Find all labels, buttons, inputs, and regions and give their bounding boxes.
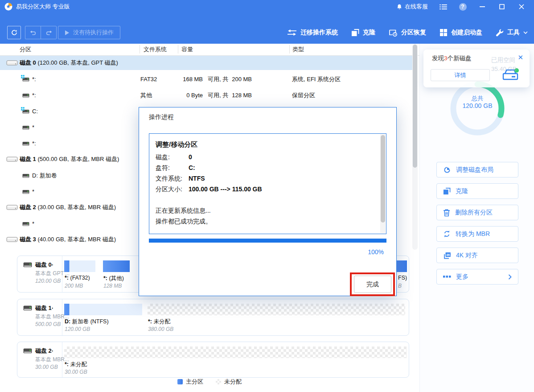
right-panel: 总共 120.00 GB 已用空间 35.40 GB 发现3个新磁盘 ✕ 详情 [419, 44, 534, 392]
titlebar: 易我分区大师 专业版 在线客服 ? [0, 0, 534, 13]
online-support-button[interactable]: 在线客服 [396, 3, 428, 11]
dialog-scrollbar-thumb[interactable] [381, 135, 385, 223]
create-boot-disk-label: 创建启动盘 [451, 29, 482, 37]
tools-wrench-icon [496, 29, 504, 37]
disk-card-1[interactable]: 磁盘 1· 基本盘 MBR... 500.00 GB D: 新加卷 (NTFS)… [17, 299, 409, 336]
migrate-os-button[interactable]: 迁移操作系统 [287, 29, 338, 37]
notification-title: 发现3个新磁盘 [432, 54, 472, 62]
partition-bar-unallocated[interactable] [148, 304, 405, 315]
disk-icon [6, 156, 18, 163]
header-zone: 易我分区大师 专业版 在线客服 ? [0, 0, 534, 44]
pending-operations-label: 没有待执行操作 [73, 29, 114, 37]
undo-button[interactable] [25, 26, 41, 39]
partition-size: 30.00 GB [65, 369, 87, 375]
partition-block[interactable]: *: 未分配 380.00 GB [148, 299, 405, 335]
status-line: 正在更新系统信息... [156, 205, 377, 216]
row-free-space: 168 MB [172, 72, 203, 87]
primary-swatch [177, 379, 183, 384]
notification-close-icon[interactable]: ✕ [518, 54, 523, 62]
operation-progress-dialog: 操作进程 调整/移动分区 磁盘:0 盘符:C: 文件系统:NTFS 分区大小:1… [139, 107, 397, 296]
column-header-partition[interactable]: 分区 [20, 45, 31, 54]
row-label: 磁盘 1 (500.00 GB, 基本盘, MBR 磁盘) [20, 152, 119, 166]
partition-bar[interactable] [103, 260, 130, 272]
tools-button[interactable]: 工具 [496, 29, 528, 37]
unallocated-swatch [216, 379, 221, 384]
table-row-partition[interactable]: *: 其他 0 Byte 可用, 共 128 MB 保留分区 [0, 88, 413, 103]
table-row-disk0[interactable]: 磁盘 0 (120.00 GB, 基本盘, GPT 磁盘) [0, 56, 413, 70]
delete-all-partitions-button[interactable]: 删除所有分区 [436, 205, 518, 220]
refresh-button[interactable] [7, 26, 21, 39]
disk-card-info: 磁盘 1· 基本盘 MBR... 500.00 GB [17, 299, 62, 335]
minimize-button[interactable] [478, 2, 487, 11]
more-button[interactable]: 更多 [436, 269, 518, 285]
menu-list-icon[interactable] [439, 2, 448, 11]
convert-to-mbr-button[interactable]: 转换为 MBR [436, 226, 518, 242]
partition-icon [22, 173, 29, 178]
partition-bar[interactable] [64, 260, 95, 272]
partition-size: 128 MB [103, 283, 122, 289]
clone-disk-button[interactable]: 克隆 [436, 183, 518, 199]
row-label: * [32, 120, 34, 135]
disk-icon [6, 59, 18, 66]
partition-label: FS) [398, 275, 407, 281]
align-4k-button[interactable]: 4K 4K 对齐 [436, 248, 518, 263]
disk-card-2[interactable]: 磁盘 2· 基本盘 MBR... 30.00 GB *: 未分配 30.00 G… [17, 342, 409, 378]
help-icon[interactable]: ? [458, 2, 467, 11]
partition-block[interactable]: *: 未分配 30.00 GB [64, 342, 407, 377]
app-window: 易我分区大师 专业版 在线客服 ? [0, 0, 534, 392]
new-disk-count: 3 [444, 55, 448, 62]
partition-block[interactable]: D: 新加卷 (NTFS) 120.00 GB [64, 299, 142, 335]
dialog-scrollbar[interactable] [380, 134, 386, 233]
disk-card-name: 磁盘 1· [35, 304, 53, 312]
column-header-capacity[interactable]: 容量 [181, 45, 193, 54]
partition-block[interactable]: *: (FAT32) 200 MB [64, 256, 95, 292]
delete-partitions-icon [443, 209, 450, 217]
row-label: 磁盘 0 (120.00 GB, 基本盘, GPT 磁盘) [20, 56, 118, 70]
clone-button[interactable]: 克隆 [351, 29, 375, 37]
finish-button[interactable]: 完成 [354, 276, 391, 293]
partition-recovery-button[interactable]: 分区恢复 [389, 29, 426, 37]
column-header-filesystem[interactable]: 文件系统 [144, 45, 167, 54]
column-header-type[interactable]: 类型 [292, 45, 304, 54]
partition-label: *: 未分配 [148, 318, 170, 326]
toolbar-actions: 迁移操作系统 克隆 分区恢复 [287, 22, 528, 43]
redo-button[interactable] [41, 26, 56, 39]
operation-name: 调整/移动分区 [156, 139, 377, 150]
adjust-disk-layout-button[interactable]: 调整磁盘布局 [436, 162, 518, 177]
maximize-button[interactable] [497, 2, 506, 11]
partition-bar[interactable] [64, 304, 142, 315]
app-logo-icon [4, 3, 12, 11]
bell-icon [396, 4, 403, 10]
disk-icon [6, 204, 18, 211]
migrate-os-icon [287, 29, 297, 36]
partition-size: B [398, 283, 402, 289]
close-button[interactable] [517, 2, 526, 11]
disk-icon [6, 236, 18, 243]
online-support-label: 在线客服 [405, 3, 428, 11]
row-label: C: [32, 104, 38, 119]
partition-icon [22, 141, 29, 146]
disk-card-size: 120.00 GB [35, 278, 61, 284]
migrate-os-label: 迁移操作系统 [300, 29, 338, 37]
refresh-icon [11, 29, 18, 36]
chevron-down-icon [523, 31, 528, 34]
row-label: *: [32, 72, 36, 87]
partition-bar-unallocated[interactable] [64, 347, 407, 358]
chevron-right-icon [508, 274, 512, 280]
scrollbar-thumb[interactable] [413, 45, 417, 168]
row-filesystem: 其他 [140, 88, 152, 103]
operation-field: 盘符:C: [156, 162, 377, 173]
tools-label: 工具 [507, 29, 520, 37]
row-label: *: [32, 88, 36, 103]
row-label: * [32, 217, 34, 231]
row-label: D: 新加卷 [32, 169, 57, 183]
create-boot-disk-button[interactable]: 创建启动盘 [440, 29, 482, 37]
pending-operations-button[interactable]: 没有待执行操作 [58, 26, 120, 39]
redo-icon [45, 30, 53, 36]
disk-card-size: 30.00 GB [35, 364, 58, 370]
row-free-space: 0 Byte [172, 88, 203, 103]
status-line: 操作都已成功完成。 [156, 216, 377, 227]
notification-details-button[interactable]: 详情 [431, 69, 490, 81]
partition-block[interactable]: *: (其他) 128 MB [103, 256, 130, 292]
table-row-partition[interactable]: *: FAT32 168 MB 可用, 共 200 MB 系统, EFI 系统分… [0, 72, 413, 87]
